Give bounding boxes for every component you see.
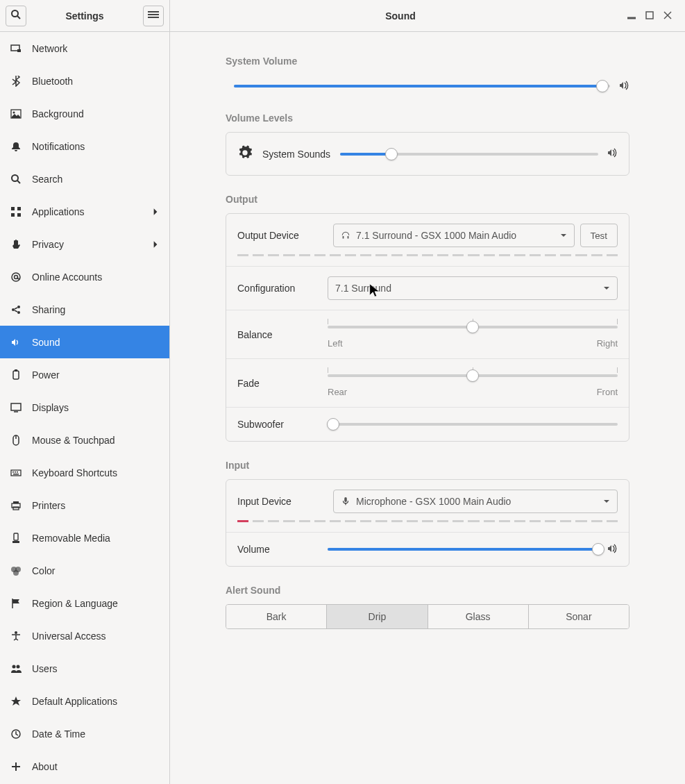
- sidebar-item-online-accounts[interactable]: Online Accounts: [0, 260, 169, 293]
- sidebar-item-search[interactable]: Search: [0, 162, 169, 195]
- sidebar-item-removable-media[interactable]: Removable Media: [0, 522, 169, 554]
- sidebar-item-displays[interactable]: Displays: [0, 391, 169, 424]
- sidebar-item-default-applications[interactable]: Default Applications: [0, 685, 169, 717]
- balance-slider[interactable]: [328, 320, 618, 334]
- sidebar: Settings NetworkBluetoothBackgroundNotif…: [0, 0, 170, 784]
- sidebar-item-label: Universal Access: [32, 631, 160, 642]
- svg-rect-48: [627, 17, 636, 19]
- input-device-label: Input Device: [237, 496, 328, 507]
- bell-icon: [10, 140, 22, 153]
- sidebar-item-label: Default Applications: [32, 696, 160, 707]
- search-button[interactable]: [6, 6, 26, 26]
- svg-rect-29: [12, 472, 14, 473]
- test-button[interactable]: Test: [580, 224, 618, 247]
- window-maximize-button[interactable]: [641, 7, 659, 25]
- alert-sound-glass[interactable]: Glass: [428, 605, 529, 628]
- sidebar-item-background[interactable]: Background: [0, 97, 169, 130]
- sidebar-item-keyboard-shortcuts[interactable]: Keyboard Shortcuts: [0, 456, 169, 489]
- system-volume-slider[interactable]: [234, 79, 610, 93]
- sidebar-item-label: Power: [32, 369, 160, 381]
- sidebar-item-bluetooth[interactable]: Bluetooth: [0, 65, 169, 97]
- svg-rect-49: [646, 12, 653, 19]
- menu-button[interactable]: [143, 6, 164, 26]
- chevron-right-icon: [151, 208, 160, 216]
- sidebar-item-region-language[interactable]: Region & Language: [0, 587, 169, 619]
- system-sounds-slider[interactable]: [340, 147, 598, 161]
- alert-sound-drip[interactable]: Drip: [327, 605, 428, 628]
- keyboard-icon: [10, 467, 22, 479]
- share-icon: [10, 303, 22, 316]
- section-title-alert-sound: Alert Sound: [226, 585, 629, 596]
- alert-sound-bark[interactable]: Bark: [226, 605, 327, 628]
- svg-rect-30: [15, 472, 16, 473]
- input-device-value: Microphone - GSX 1000 Main Audio: [356, 496, 603, 507]
- media-icon: [10, 532, 22, 544]
- configuration-dropdown[interactable]: 7.1 Surround: [328, 276, 618, 300]
- output-level-indicator: [237, 254, 618, 256]
- sidebar-item-label: Sharing: [32, 304, 160, 315]
- sidebar-item-universal-access[interactable]: Universal Access: [0, 619, 169, 652]
- sidebar-item-label: Displays: [32, 402, 160, 413]
- section-title-output: Output: [226, 194, 629, 205]
- gear-icon: [237, 145, 253, 162]
- alert-sound-sonar[interactable]: Sonar: [529, 605, 629, 628]
- output-card: Output Device 7.1 Surround - GSX 1000 Ma…: [226, 213, 629, 442]
- sidebar-item-label: Color: [32, 565, 160, 576]
- sidebar-item-network[interactable]: Network: [0, 32, 169, 65]
- sidebar-item-label: Applications: [32, 206, 151, 217]
- sidebar-item-label: Privacy: [32, 239, 151, 250]
- fade-slider[interactable]: [328, 369, 618, 383]
- volume-levels-card: System Sounds: [226, 132, 629, 176]
- svg-point-18: [17, 306, 20, 308]
- titlebar: Sound: [170, 0, 685, 32]
- input-device-dropdown[interactable]: Microphone - GSX 1000 Main Audio: [333, 490, 618, 513]
- sidebar-item-notifications[interactable]: Notifications: [0, 130, 169, 162]
- sidebar-items: NetworkBluetoothBackgroundNotificationsS…: [0, 32, 169, 784]
- sidebar-item-sharing[interactable]: Sharing: [0, 293, 169, 326]
- sidebar-item-mouse-touchpad[interactable]: Mouse & Touchpad: [0, 424, 169, 456]
- hand-icon: [10, 238, 22, 251]
- hamburger-icon: [148, 9, 159, 22]
- window-close-button[interactable]: [659, 7, 677, 25]
- output-device-value: 7.1 Surround - GSX 1000 Main Audio: [356, 230, 560, 241]
- svg-rect-28: [11, 470, 21, 476]
- sidebar-item-printers[interactable]: Printers: [0, 489, 169, 522]
- network-icon: [10, 42, 22, 55]
- sidebar-item-about[interactable]: About: [0, 750, 169, 783]
- section-title-input: Input: [226, 460, 629, 471]
- window-minimize-button[interactable]: [623, 7, 641, 25]
- sidebar-item-applications[interactable]: Applications: [0, 195, 169, 228]
- sidebar-item-label: Sound: [32, 337, 160, 348]
- section-title-system-volume: System Volume: [226, 56, 629, 67]
- bluetooth-icon: [10, 75, 22, 87]
- sidebar-item-date-time[interactable]: Date & Time: [0, 717, 169, 750]
- plus-icon: [10, 760, 22, 773]
- svg-point-44: [17, 665, 20, 668]
- subwoofer-label: Subwoofer: [237, 419, 328, 430]
- sidebar-item-privacy[interactable]: Privacy: [0, 228, 169, 260]
- sidebar-item-color[interactable]: Color: [0, 554, 169, 587]
- svg-rect-24: [11, 403, 21, 410]
- search-icon: [10, 173, 22, 185]
- svg-rect-4: [148, 17, 159, 18]
- svg-rect-35: [13, 507, 19, 510]
- sidebar-title: Settings: [32, 10, 137, 22]
- fade-label: Fade: [237, 378, 328, 389]
- balance-label: Balance: [237, 329, 328, 340]
- svg-rect-2: [148, 11, 159, 12]
- sidebar-item-label: Bluetooth: [32, 76, 160, 87]
- subwoofer-slider[interactable]: [328, 417, 618, 431]
- output-device-dropdown[interactable]: 7.1 Surround - GSX 1000 Main Audio: [333, 224, 575, 247]
- svg-point-17: [12, 308, 15, 311]
- configuration-label: Configuration: [237, 283, 328, 294]
- volume-levels-item-label: System Sounds: [262, 149, 330, 160]
- sidebar-item-users[interactable]: Users: [0, 652, 169, 685]
- sidebar-item-power[interactable]: Power: [0, 358, 169, 391]
- access-icon: [10, 630, 22, 642]
- clock-icon: [10, 728, 22, 740]
- sidebar-item-sound[interactable]: Sound: [0, 326, 169, 358]
- input-level-indicator: [237, 520, 618, 522]
- input-volume-slider[interactable]: [328, 542, 598, 556]
- sidebar-item-label: Users: [32, 663, 160, 674]
- sidebar-item-label: Mouse & Touchpad: [32, 435, 160, 446]
